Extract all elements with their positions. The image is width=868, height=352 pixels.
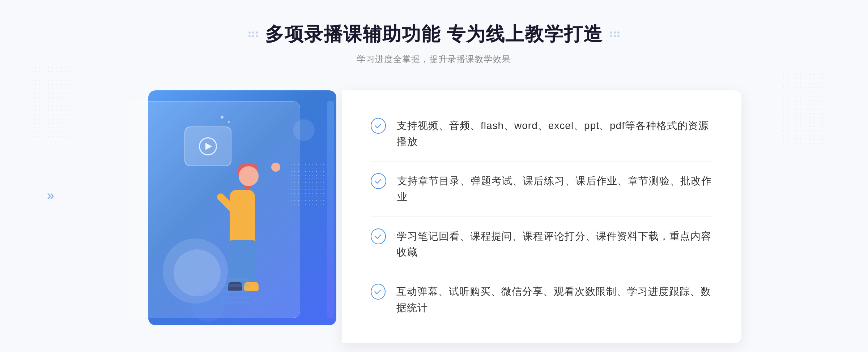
divider-3 xyxy=(371,272,712,272)
title-dots-right xyxy=(610,31,620,37)
feature-item-3: 学习笔记回看、课程提问、课程评论打分、课件资料下载，重点内容收藏 xyxy=(371,221,712,268)
divider-1 xyxy=(371,161,712,162)
stripe-2 xyxy=(221,284,250,287)
white-card-overlay xyxy=(127,101,300,318)
blue-accent-bar xyxy=(327,101,334,318)
feature-item-4: 互动弹幕、试听购买、微信分享、观看次数限制、学习进度跟踪、数据统计 xyxy=(371,276,712,323)
title-row: 多项录播课辅助功能 专为线上教学打造 xyxy=(248,22,620,47)
subtitle: 学习进度全掌握，提升录播课教学效果 xyxy=(248,53,620,65)
left-image-section xyxy=(127,90,344,343)
check-icon-4 xyxy=(371,284,386,300)
title-dots-left xyxy=(248,31,258,37)
feature-text-4: 互动弹幕、试听购买、微信分享、观看次数限制、学习进度跟踪、数据统计 xyxy=(396,284,712,316)
feature-item-2: 支持章节目录、弹题考试、课后练习、课后作业、章节测验、批改作业 xyxy=(371,166,712,213)
deco-circle-bottom xyxy=(192,289,224,322)
feature-text-3: 学习笔记回看、课程提问、课程评论打分、课件资料下载，重点内容收藏 xyxy=(397,228,712,261)
page-container: » 多项录播课辅助功能 专为线上教学打造 学习进度全掌握，提升录播课教学效果 xyxy=(0,0,868,352)
stripe-3 xyxy=(221,290,250,293)
divider-2 xyxy=(371,216,712,217)
decorative-dots-right xyxy=(781,72,825,145)
check-icon-3 xyxy=(371,228,386,244)
right-content-section: 支持视频、音频、flash、word、excel、ppt、pdf等各种格式的资源… xyxy=(342,90,741,343)
stripe-1 xyxy=(221,278,250,281)
feature-text-1: 支持视频、音频、flash、word、excel、ppt、pdf等各种格式的资源… xyxy=(397,118,712,150)
main-title: 多项录播课辅助功能 专为线上教学打造 xyxy=(265,22,603,47)
stripe-5 xyxy=(221,301,250,304)
deco-stripes xyxy=(221,278,250,314)
check-icon-2 xyxy=(371,173,386,189)
check-icon-1 xyxy=(371,118,386,134)
stripe-4 xyxy=(221,296,250,299)
content-area: 支持视频、音频、flash、word、excel、ppt、pdf等各种格式的资源… xyxy=(127,83,741,343)
feature-item-1: 支持视频、音频、flash、word、excel、ppt、pdf等各种格式的资源… xyxy=(371,111,712,158)
header-section: 多项录播课辅助功能 专为线上教学打造 学习进度全掌握，提升录播课教学效果 xyxy=(248,22,620,65)
decorative-dots-left xyxy=(29,65,72,137)
feature-text-2: 支持章节目录、弹题考试、课后练习、课后作业、章节测验、批改作业 xyxy=(397,173,712,206)
arrow-left-icon: » xyxy=(47,188,54,203)
